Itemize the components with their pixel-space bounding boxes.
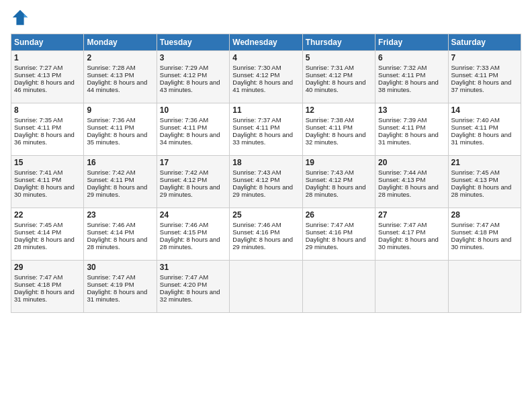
- sunrise-text: Sunrise: 7:46 AM: [232, 221, 281, 228]
- day-number: 30: [87, 263, 153, 272]
- week-row-3: 15Sunrise: 7:41 AMSunset: 4:11 PMDayligh…: [11, 156, 521, 208]
- calendar-cell: 30Sunrise: 7:47 AMSunset: 4:19 PMDayligh…: [84, 261, 157, 313]
- daylight-text: Daylight: 8 hours and 35 minutes.: [87, 131, 147, 146]
- day-number: 9: [87, 105, 153, 115]
- sunrise-text: Sunrise: 7:47 AM: [160, 273, 208, 281]
- calendar-cell: 28Sunrise: 7:47 AMSunset: 4:18 PMDayligh…: [448, 208, 521, 261]
- calendar-cell: 9Sunrise: 7:36 AMSunset: 4:11 PMDaylight…: [84, 103, 157, 156]
- calendar-table: SundayMondayTuesdayWednesdayThursdayFrid…: [11, 34, 521, 313]
- sunset-text: Sunset: 4:14 PM: [87, 228, 134, 236]
- sunrise-text: Sunrise: 7:44 AM: [378, 169, 427, 176]
- sunset-text: Sunset: 4:13 PM: [378, 176, 425, 183]
- day-number: 28: [451, 210, 518, 220]
- calendar-cell: 27Sunrise: 7:47 AMSunset: 4:17 PMDayligh…: [375, 208, 448, 261]
- calendar-cell: 3Sunrise: 7:29 AMSunset: 4:12 PMDaylight…: [157, 51, 229, 103]
- daylight-text: Daylight: 8 hours and 29 minutes.: [160, 183, 220, 198]
- calendar-cell: 26Sunrise: 7:47 AMSunset: 4:16 PMDayligh…: [302, 208, 375, 261]
- day-number: 2: [87, 53, 153, 62]
- day-number: 20: [378, 158, 445, 167]
- daylight-text: Daylight: 8 hours and 32 minutes.: [160, 288, 220, 303]
- calendar-cell: 19Sunrise: 7:43 AMSunset: 4:12 PMDayligh…: [302, 156, 375, 208]
- sunset-text: Sunset: 4:12 PM: [160, 176, 207, 183]
- calendar-cell: 23Sunrise: 7:46 AMSunset: 4:14 PMDayligh…: [84, 208, 157, 261]
- daylight-text: Daylight: 8 hours and 28 minutes.: [160, 236, 220, 250]
- sunset-text: Sunset: 4:15 PM: [160, 228, 207, 236]
- calendar-cell: 12Sunrise: 7:38 AMSunset: 4:11 PMDayligh…: [302, 103, 375, 156]
- day-number: 22: [14, 210, 81, 220]
- daylight-text: Daylight: 8 hours and 31 minutes.: [451, 131, 512, 146]
- calendar-cell: [448, 261, 521, 313]
- sunset-text: Sunset: 4:11 PM: [160, 124, 207, 131]
- sunrise-text: Sunrise: 7:43 AM: [232, 169, 281, 176]
- sunset-text: Sunset: 4:11 PM: [87, 124, 134, 131]
- day-number: 7: [451, 53, 518, 62]
- daylight-text: Daylight: 8 hours and 30 minutes.: [378, 236, 439, 250]
- sunset-text: Sunset: 4:16 PM: [306, 228, 353, 236]
- sunrise-text: Sunrise: 7:35 AM: [14, 116, 62, 124]
- daylight-text: Daylight: 8 hours and 28 minutes.: [451, 183, 512, 198]
- daylight-text: Daylight: 8 hours and 33 minutes.: [232, 131, 293, 146]
- day-number: 21: [451, 158, 518, 167]
- calendar-cell: 21Sunrise: 7:45 AMSunset: 4:13 PMDayligh…: [448, 156, 521, 208]
- calendar-cell: [375, 261, 448, 313]
- sunrise-text: Sunrise: 7:42 AM: [160, 169, 208, 176]
- sunset-text: Sunset: 4:12 PM: [306, 176, 353, 183]
- calendar-cell: 13Sunrise: 7:39 AMSunset: 4:11 PMDayligh…: [375, 103, 448, 156]
- calendar-cell: 4Sunrise: 7:30 AMSunset: 4:12 PMDaylight…: [230, 51, 302, 103]
- daylight-text: Daylight: 8 hours and 29 minutes.: [306, 236, 366, 250]
- day-header-saturday: Saturday: [448, 34, 521, 51]
- sunrise-text: Sunrise: 7:29 AM: [160, 64, 208, 71]
- sunrise-text: Sunrise: 7:32 AM: [378, 64, 427, 71]
- sunrise-text: Sunrise: 7:30 AM: [232, 64, 281, 71]
- day-number: 12: [306, 105, 372, 115]
- calendar-cell: 18Sunrise: 7:43 AMSunset: 4:12 PMDayligh…: [230, 156, 302, 208]
- daylight-text: Daylight: 8 hours and 28 minutes.: [14, 236, 75, 250]
- calendar-cell: 17Sunrise: 7:42 AMSunset: 4:12 PMDayligh…: [157, 156, 229, 208]
- sunset-text: Sunset: 4:18 PM: [14, 281, 61, 288]
- sunrise-text: Sunrise: 7:47 AM: [14, 273, 62, 281]
- calendar-cell: 25Sunrise: 7:46 AMSunset: 4:16 PMDayligh…: [230, 208, 302, 261]
- sunrise-text: Sunrise: 7:39 AM: [378, 116, 427, 124]
- sunset-text: Sunset: 4:11 PM: [14, 124, 61, 131]
- daylight-text: Daylight: 8 hours and 29 minutes.: [232, 236, 293, 250]
- daylight-text: Daylight: 8 hours and 29 minutes.: [232, 183, 293, 198]
- sunrise-text: Sunrise: 7:43 AM: [306, 169, 354, 176]
- calendar-cell: 11Sunrise: 7:37 AMSunset: 4:11 PMDayligh…: [230, 103, 302, 156]
- calendar-cell: 29Sunrise: 7:47 AMSunset: 4:18 PMDayligh…: [11, 261, 84, 313]
- daylight-text: Daylight: 8 hours and 28 minutes.: [306, 183, 366, 198]
- calendar-cell: 14Sunrise: 7:40 AMSunset: 4:11 PMDayligh…: [448, 103, 521, 156]
- day-number: 23: [87, 210, 153, 220]
- daylight-text: Daylight: 8 hours and 37 minutes.: [451, 79, 512, 93]
- day-header-thursday: Thursday: [302, 34, 375, 51]
- sunrise-text: Sunrise: 7:47 AM: [378, 221, 427, 228]
- day-header-monday: Monday: [84, 34, 157, 51]
- sunset-text: Sunset: 4:11 PM: [378, 71, 425, 79]
- page-header: [11, 8, 521, 27]
- day-number: 14: [451, 105, 518, 115]
- day-number: 15: [14, 158, 81, 167]
- day-number: 27: [378, 210, 445, 220]
- sunset-text: Sunset: 4:11 PM: [87, 176, 134, 183]
- sunrise-text: Sunrise: 7:31 AM: [306, 64, 354, 71]
- daylight-text: Daylight: 8 hours and 40 minutes.: [306, 79, 366, 93]
- calendar-cell: [230, 261, 302, 313]
- sunset-text: Sunset: 4:13 PM: [14, 71, 61, 79]
- sunset-text: Sunset: 4:11 PM: [306, 124, 353, 131]
- sunset-text: Sunset: 4:12 PM: [160, 71, 207, 79]
- sunset-text: Sunset: 4:19 PM: [87, 281, 134, 288]
- sunrise-text: Sunrise: 7:41 AM: [14, 169, 62, 176]
- sunrise-text: Sunrise: 7:46 AM: [160, 221, 208, 228]
- sunset-text: Sunset: 4:12 PM: [232, 176, 279, 183]
- daylight-text: Daylight: 8 hours and 30 minutes.: [14, 183, 75, 198]
- daylight-text: Daylight: 8 hours and 36 minutes.: [14, 131, 75, 146]
- day-number: 4: [232, 53, 299, 62]
- calendar-cell: 22Sunrise: 7:45 AMSunset: 4:14 PMDayligh…: [11, 208, 84, 261]
- sunset-text: Sunset: 4:11 PM: [451, 124, 498, 131]
- sunrise-text: Sunrise: 7:27 AM: [14, 64, 62, 71]
- daylight-text: Daylight: 8 hours and 30 minutes.: [451, 236, 512, 250]
- sunrise-text: Sunrise: 7:47 AM: [87, 273, 135, 281]
- calendar-cell: 31Sunrise: 7:47 AMSunset: 4:20 PMDayligh…: [157, 261, 229, 313]
- calendar-cell: 1Sunrise: 7:27 AMSunset: 4:13 PMDaylight…: [11, 51, 84, 103]
- sunrise-text: Sunrise: 7:45 AM: [14, 221, 62, 228]
- daylight-text: Daylight: 8 hours and 43 minutes.: [160, 79, 220, 93]
